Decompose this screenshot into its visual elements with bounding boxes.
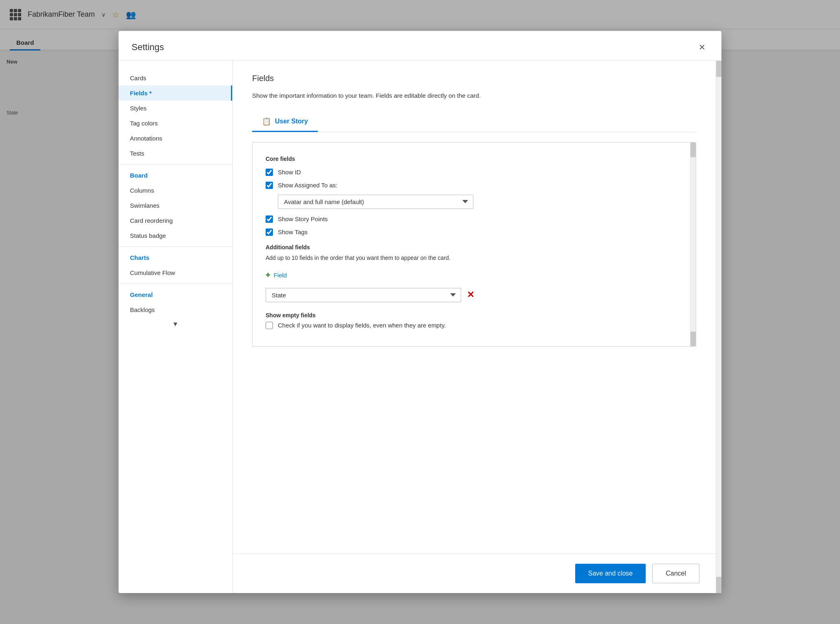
sidebar-item-backlogs[interactable]: Backlogs — [119, 302, 232, 317]
modal-content-area: Fields Show the important information to… — [233, 61, 716, 593]
save-and-close-button[interactable]: Save and close — [575, 564, 646, 583]
sidebar-item-columns[interactable]: Columns — [119, 183, 232, 198]
modal-right-scrollbar[interactable] — [716, 61, 721, 593]
add-plus-icon: + — [266, 270, 270, 280]
modal-body: Cards Fields * Styles Tag colors Annotat… — [119, 61, 721, 593]
fields-box: Core fields Show ID Show Assigned To as: — [252, 142, 696, 347]
sidebar-section-charts: Charts — [119, 250, 232, 265]
sidebar-item-fields[interactable]: Fields * — [119, 86, 232, 101]
show-assigned-to-checkbox[interactable] — [266, 182, 273, 189]
sidebar-section-general: General — [119, 287, 232, 302]
modal-header: Settings ✕ — [119, 31, 721, 61]
fields-inner-scrollbar[interactable] — [690, 143, 696, 346]
additional-fields-label: Additional fields — [266, 244, 683, 250]
cancel-button[interactable]: Cancel — [652, 564, 699, 583]
core-fields-label: Core fields — [266, 156, 683, 162]
tab-user-story-label: User Story — [275, 118, 308, 125]
show-id-checkbox[interactable] — [266, 169, 273, 176]
sidebar-item-cumulative-flow[interactable]: Cumulative Flow — [119, 265, 232, 280]
scrollbar-thumb-top — [716, 61, 721, 77]
sidebar-item-tag-colors[interactable]: Tag colors — [119, 116, 232, 131]
scrollbar-thumb-top — [690, 143, 696, 157]
user-story-icon: 📋 — [262, 117, 271, 126]
tab-user-story[interactable]: 📋 User Story — [252, 112, 318, 132]
show-tags-label: Show Tags — [278, 229, 308, 235]
sidebar-divider-3 — [119, 283, 232, 284]
assigned-to-dropdown-row: Avatar and full name (default) Avatar on… — [278, 195, 683, 209]
show-empty-fields-section: Show empty fields Check if you want to d… — [266, 312, 683, 329]
sidebar-item-card-reordering[interactable]: Card reordering — [119, 213, 232, 228]
sidebar-divider-2 — [119, 246, 232, 247]
sidebar-section-board: Board — [119, 168, 232, 183]
scrollbar-thumb-bottom — [690, 332, 696, 346]
show-assigned-to-row: Show Assigned To as: — [266, 182, 683, 189]
sidebar-item-swimlanes[interactable]: Swimlanes — [119, 198, 232, 213]
sidebar-item-tests[interactable]: Tests — [119, 146, 232, 161]
modal-footer: Save and close Cancel — [233, 554, 716, 593]
show-empty-label: Check if you want to display fields, eve… — [278, 322, 446, 329]
add-field-label: Field — [274, 272, 287, 279]
type-tabs: 📋 User Story — [252, 112, 696, 132]
show-story-points-checkbox[interactable] — [266, 215, 273, 223]
add-field-button[interactable]: + Field — [266, 270, 287, 280]
show-id-label: Show ID — [278, 169, 301, 176]
sidebar-item-styles[interactable]: Styles — [119, 101, 232, 116]
show-id-row: Show ID — [266, 169, 683, 176]
show-tags-checkbox[interactable] — [266, 229, 273, 236]
sidebar-item-cards[interactable]: Cards — [119, 70, 232, 86]
sidebar-divider-1 — [119, 164, 232, 165]
show-story-points-label: Show Story Points — [278, 215, 328, 222]
sidebar-scroll-arrow: ▼ — [119, 317, 232, 331]
field-select-state[interactable]: State Priority Area Path Iteration Path … — [266, 288, 461, 302]
settings-modal: Settings ✕ Cards Fields * Styles Tag col… — [119, 31, 721, 593]
show-empty-fields-label: Show empty fields — [266, 312, 683, 319]
settings-sidebar: Cards Fields * Styles Tag colors Annotat… — [119, 61, 233, 593]
field-row-state: State Priority Area Path Iteration Path … — [266, 288, 683, 302]
modal-overlay: Settings ✕ Cards Fields * Styles Tag col… — [0, 0, 840, 624]
show-empty-checkbox-row: Check if you want to display fields, eve… — [266, 322, 683, 329]
assigned-to-dropdown[interactable]: Avatar and full name (default) Avatar on… — [278, 195, 473, 209]
show-empty-checkbox[interactable] — [266, 322, 273, 329]
additional-fields-desc: Add up to 10 fields in the order that yo… — [266, 254, 683, 262]
content-scroll: Fields Show the important information to… — [233, 61, 716, 554]
sidebar-item-status-badge[interactable]: Status badge — [119, 228, 232, 243]
section-title: Fields — [252, 74, 696, 83]
close-button[interactable]: ✕ — [695, 41, 708, 54]
show-story-points-row: Show Story Points — [266, 215, 683, 223]
show-assigned-to-label: Show Assigned To as: — [278, 182, 337, 189]
modal-title: Settings — [132, 42, 164, 53]
scrollbar-thumb-bottom — [716, 577, 721, 593]
fields-box-inner: Core fields Show ID Show Assigned To as: — [253, 143, 696, 346]
delete-field-button[interactable]: ✕ — [467, 290, 474, 299]
show-tags-row: Show Tags — [266, 229, 683, 236]
sidebar-item-annotations[interactable]: Annotations — [119, 131, 232, 146]
section-description: Show the important information to your t… — [252, 91, 696, 101]
